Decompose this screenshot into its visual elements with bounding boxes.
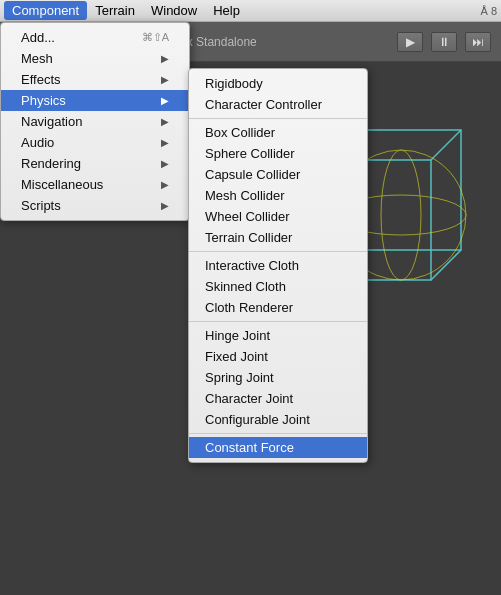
submenu-character-joint[interactable]: Character Joint: [189, 388, 367, 409]
menu-help[interactable]: Help: [205, 1, 248, 20]
menu-audio[interactable]: Audio ▶: [1, 132, 189, 153]
submenu-mesh-collider[interactable]: Mesh Collider: [189, 185, 367, 206]
menu-rendering[interactable]: Rendering ▶: [1, 153, 189, 174]
menu-add[interactable]: Add... ⌘⇧A: [1, 27, 189, 48]
sep3: [189, 321, 367, 322]
menu-effects[interactable]: Effects ▶: [1, 69, 189, 90]
submenu-rigidbody[interactable]: Rigidbody: [189, 73, 367, 94]
svg-point-8: [381, 150, 421, 280]
step-button[interactable]: ⏭: [465, 32, 491, 52]
sep1: [189, 118, 367, 119]
physics-submenu: Rigidbody Character Controller Box Colli…: [188, 68, 368, 463]
submenu-hinge-joint[interactable]: Hinge Joint: [189, 325, 367, 346]
menu-miscellaneous[interactable]: Miscellaneous ▶: [1, 174, 189, 195]
menu-physics[interactable]: Physics ▶: [1, 90, 189, 111]
adobe-badge: Å 8: [480, 5, 497, 17]
submenu-interactive-cloth[interactable]: Interactive Cloth: [189, 255, 367, 276]
submenu-skinned-cloth[interactable]: Skinned Cloth: [189, 276, 367, 297]
submenu-terrain-collider[interactable]: Terrain Collider: [189, 227, 367, 248]
menu-terrain[interactable]: Terrain: [87, 1, 143, 20]
submenu-box-collider[interactable]: Box Collider: [189, 122, 367, 143]
submenu-spring-joint[interactable]: Spring Joint: [189, 367, 367, 388]
submenu-fixed-joint[interactable]: Fixed Joint: [189, 346, 367, 367]
sep4: [189, 433, 367, 434]
menu-navigation[interactable]: Navigation ▶: [1, 111, 189, 132]
svg-line-4: [431, 250, 461, 280]
submenu-character-controller[interactable]: Character Controller: [189, 94, 367, 115]
submenu-capsule-collider[interactable]: Capsule Collider: [189, 164, 367, 185]
menu-window[interactable]: Window: [143, 1, 205, 20]
svg-line-3: [431, 130, 461, 160]
menu-bar: Component Terrain Window Help Å 8: [0, 0, 501, 22]
submenu-wheel-collider[interactable]: Wheel Collider: [189, 206, 367, 227]
submenu-constant-force[interactable]: Constant Force: [189, 437, 367, 458]
component-menu: Add... ⌘⇧A Mesh ▶ Effects ▶ Physics ▶ Na…: [0, 22, 190, 221]
submenu-configurable-joint[interactable]: Configurable Joint: [189, 409, 367, 430]
submenu-cloth-renderer[interactable]: Cloth Renderer: [189, 297, 367, 318]
play-button[interactable]: ▶: [397, 32, 423, 52]
menu-scripts[interactable]: Scripts ▶: [1, 195, 189, 216]
pause-button[interactable]: ⏸: [431, 32, 457, 52]
sep2: [189, 251, 367, 252]
menu-mesh[interactable]: Mesh ▶: [1, 48, 189, 69]
submenu-sphere-collider[interactable]: Sphere Collider: [189, 143, 367, 164]
menu-component[interactable]: Component: [4, 1, 87, 20]
